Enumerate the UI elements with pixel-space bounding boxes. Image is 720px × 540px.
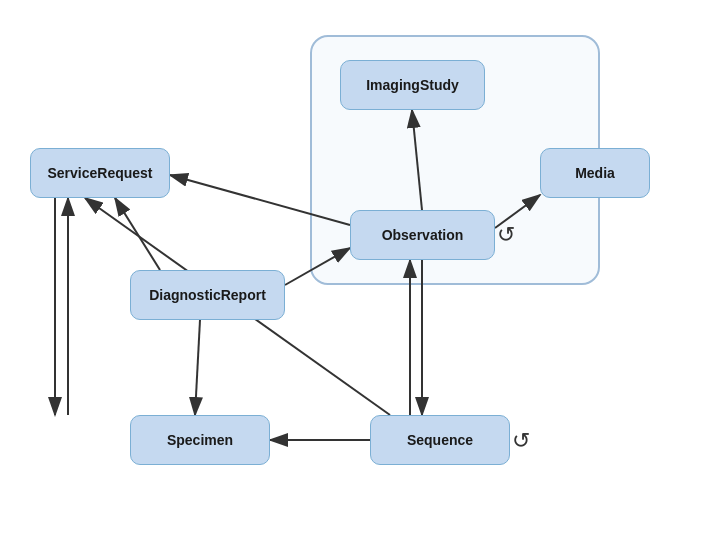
diagram-container: ServiceRequest DiagnosticReport Specimen… [0, 0, 720, 540]
sequence-self-loop: ↺ [512, 428, 530, 454]
svg-line-6 [195, 320, 200, 415]
node-sequence: Sequence [370, 415, 510, 465]
svg-line-4 [115, 198, 160, 270]
node-media: Media [540, 148, 650, 198]
node-servicerequest: ServiceRequest [30, 148, 170, 198]
node-diagnosticreport: DiagnosticReport [130, 270, 285, 320]
node-specimen: Specimen [130, 415, 270, 465]
observation-self-loop: ↺ [497, 222, 515, 248]
node-observation: Observation [350, 210, 495, 260]
node-imagingstudy: ImagingStudy [340, 60, 485, 110]
